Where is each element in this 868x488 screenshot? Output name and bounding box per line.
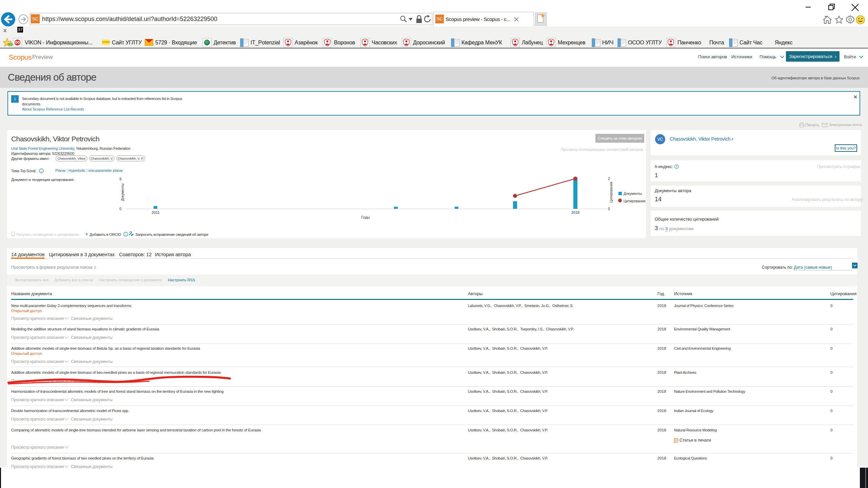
svg-text:?: ? <box>676 165 677 168</box>
svg-text:i: i <box>41 169 42 173</box>
svg-text:i: i <box>125 233 126 236</box>
